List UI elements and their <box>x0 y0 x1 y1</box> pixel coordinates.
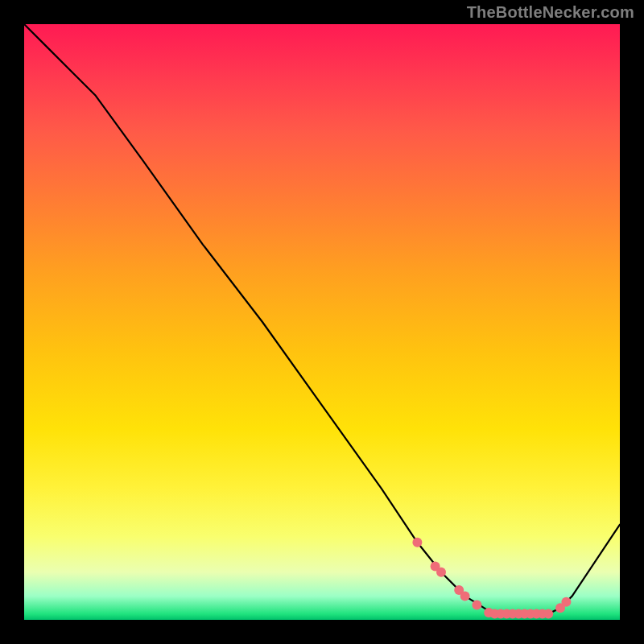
marker-point <box>460 591 470 601</box>
watermark-text: TheBottleNecker.com <box>467 3 634 22</box>
marker-point <box>543 609 553 619</box>
marker-point <box>472 601 481 610</box>
chart-svg <box>24 24 620 620</box>
chart-frame: TheBottleNecker.com <box>0 0 644 644</box>
marker-point <box>436 568 446 577</box>
marker-group <box>412 538 571 619</box>
marker-point <box>412 538 422 547</box>
marker-point <box>561 597 571 607</box>
bottleneck-curve <box>24 24 620 614</box>
plot-area <box>24 24 620 620</box>
